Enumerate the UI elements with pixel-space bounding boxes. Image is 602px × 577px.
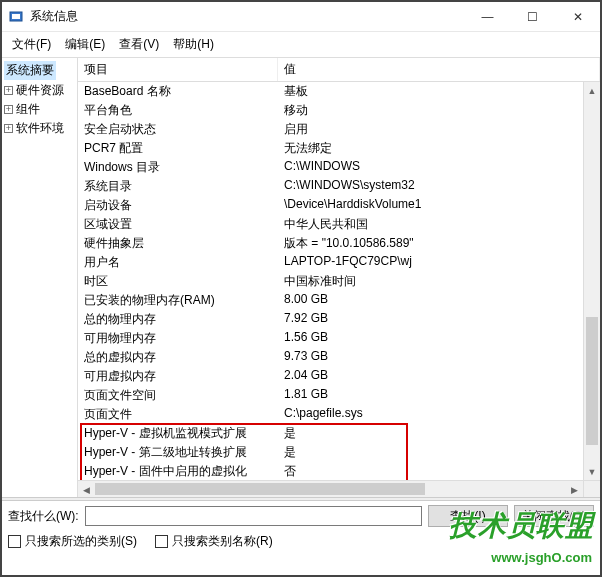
cell-value: 7.92 GB — [278, 310, 600, 329]
cell-value: 无法绑定 — [278, 139, 600, 158]
table-row[interactable]: 启动设备\Device\HarddiskVolume1 — [78, 196, 600, 215]
window-title: 系统信息 — [30, 8, 465, 25]
list-panel: 项目 值 BaseBoard 名称基板平台角色移动安全启动状态启用PCR7 配置… — [78, 58, 600, 497]
menu-help[interactable]: 帮助(H) — [167, 34, 220, 55]
cell-value: C:\WINDOWS — [278, 158, 600, 177]
plus-icon[interactable]: + — [4, 105, 13, 114]
cell-value: 9.73 GB — [278, 348, 600, 367]
search-input[interactable] — [85, 506, 422, 526]
cell-item: 已安装的物理内存(RAM) — [78, 291, 278, 310]
plus-icon[interactable]: + — [4, 86, 13, 95]
cell-value: 移动 — [278, 101, 600, 120]
cell-item: 可用虚拟内存 — [78, 367, 278, 386]
checkbox-label: 只搜索所选的类别(S) — [25, 533, 137, 550]
search-label: 查找什么(W): — [8, 508, 79, 525]
tree-node-components[interactable]: + 组件 — [4, 100, 75, 119]
cell-item: 硬件抽象层 — [78, 234, 278, 253]
table-row[interactable]: 用户名LAPTOP-1FQC79CP\wj — [78, 253, 600, 272]
check-row: 只搜索所选的类别(S) 只搜索类别名称(R) — [2, 531, 600, 556]
cell-item: 启动设备 — [78, 196, 278, 215]
cell-value: 中国标准时间 — [278, 272, 600, 291]
tree-node-software[interactable]: + 软件环境 — [4, 119, 75, 138]
cell-item: Hyper-V - 第二级地址转换扩展 — [78, 443, 278, 462]
cell-value: 启用 — [278, 120, 600, 139]
scroll-down-arrow-icon[interactable]: ▼ — [584, 463, 600, 480]
table-row[interactable]: 硬件抽象层版本 = "10.0.10586.589" — [78, 234, 600, 253]
table-row[interactable]: 可用虚拟内存2.04 GB — [78, 367, 600, 386]
minimize-button[interactable]: — — [465, 2, 510, 31]
menubar: 文件(F) 编辑(E) 查看(V) 帮助(H) — [2, 32, 600, 57]
table-row[interactable]: Hyper-V - 固件中启用的虚拟化否 — [78, 462, 600, 480]
cell-value: \Device\HarddiskVolume1 — [278, 196, 600, 215]
table-row[interactable]: Hyper-V - 第二级地址转换扩展是 — [78, 443, 600, 462]
table-row[interactable]: 已安装的物理内存(RAM)8.00 GB — [78, 291, 600, 310]
table-row[interactable]: 总的物理内存7.92 GB — [78, 310, 600, 329]
table-row[interactable]: 系统目录C:\WINDOWS\system32 — [78, 177, 600, 196]
menu-view[interactable]: 查看(V) — [113, 34, 165, 55]
cell-item: Windows 目录 — [78, 158, 278, 177]
cell-value: 版本 = "10.0.10586.589" — [278, 234, 600, 253]
table-row[interactable]: 可用物理内存1.56 GB — [78, 329, 600, 348]
cell-value: LAPTOP-1FQC79CP\wj — [278, 253, 600, 272]
table-row[interactable]: 页面文件C:\pagefile.sys — [78, 405, 600, 424]
scroll-corner — [583, 481, 600, 497]
table-row[interactable]: BaseBoard 名称基板 — [78, 82, 600, 101]
table-row[interactable]: PCR7 配置无法绑定 — [78, 139, 600, 158]
checkbox-only-names[interactable]: 只搜索类别名称(R) — [155, 533, 273, 550]
cell-item: Hyper-V - 固件中启用的虚拟化 — [78, 462, 278, 480]
tree-panel: 系统摘要 + 硬件资源 + 组件 + 软件环境 — [2, 58, 78, 497]
cell-item: PCR7 配置 — [78, 139, 278, 158]
table-row[interactable]: 时区中国标准时间 — [78, 272, 600, 291]
scroll-thumb-h[interactable] — [95, 483, 425, 495]
cell-value: 否 — [278, 462, 600, 480]
table-row[interactable]: Windows 目录C:\WINDOWS — [78, 158, 600, 177]
cell-item: 区域设置 — [78, 215, 278, 234]
checkbox-icon[interactable] — [8, 535, 21, 548]
cell-value: 基板 — [278, 82, 600, 101]
cell-value: 1.81 GB — [278, 386, 600, 405]
svg-rect-1 — [12, 14, 20, 19]
checkbox-icon[interactable] — [155, 535, 168, 548]
scroll-up-arrow-icon[interactable]: ▲ — [584, 82, 600, 99]
plus-icon[interactable]: + — [4, 124, 13, 133]
cell-item: 用户名 — [78, 253, 278, 272]
cell-value: 是 — [278, 443, 600, 462]
close-button[interactable]: ✕ — [555, 2, 600, 31]
cell-value: 8.00 GB — [278, 291, 600, 310]
cell-item: 可用物理内存 — [78, 329, 278, 348]
cell-item: 总的物理内存 — [78, 310, 278, 329]
list-body: BaseBoard 名称基板平台角色移动安全启动状态启用PCR7 配置无法绑定W… — [78, 82, 600, 480]
scroll-right-arrow-icon[interactable]: ▶ — [566, 481, 583, 498]
table-row[interactable]: 平台角色移动 — [78, 101, 600, 120]
cell-item: 时区 — [78, 272, 278, 291]
table-row[interactable]: 页面文件空间1.81 GB — [78, 386, 600, 405]
cell-item: 页面文件 — [78, 405, 278, 424]
cell-item: 平台角色 — [78, 101, 278, 120]
scroll-left-arrow-icon[interactable]: ◀ — [78, 481, 95, 498]
cell-value: 1.56 GB — [278, 329, 600, 348]
list-header: 项目 值 — [78, 58, 600, 82]
table-row[interactable]: 安全启动状态启用 — [78, 120, 600, 139]
scroll-thumb[interactable] — [586, 317, 598, 444]
find-button[interactable]: 查找(I) — [428, 505, 508, 527]
horizontal-scrollbar[interactable]: ◀ ▶ — [78, 480, 600, 497]
menu-file[interactable]: 文件(F) — [6, 34, 57, 55]
menu-edit[interactable]: 编辑(E) — [59, 34, 111, 55]
maximize-button[interactable]: ☐ — [510, 2, 555, 31]
cell-item: BaseBoard 名称 — [78, 82, 278, 101]
main-area: 系统摘要 + 硬件资源 + 组件 + 软件环境 项目 值 BaseBoard 名… — [2, 57, 600, 497]
close-find-button[interactable]: 关闭查找(C) — [514, 505, 594, 527]
column-header-value[interactable]: 值 — [278, 58, 600, 81]
tree-root[interactable]: 系统摘要 — [4, 60, 75, 81]
cell-value: 2.04 GB — [278, 367, 600, 386]
titlebar: 系统信息 — ☐ ✕ — [2, 2, 600, 32]
table-row[interactable]: 区域设置中华人民共和国 — [78, 215, 600, 234]
tree-node-hardware[interactable]: + 硬件资源 — [4, 81, 75, 100]
cell-value: 中华人民共和国 — [278, 215, 600, 234]
column-header-item[interactable]: 项目 — [78, 58, 278, 81]
table-row[interactable]: Hyper-V - 虚拟机监视模式扩展是 — [78, 424, 600, 443]
table-row[interactable]: 总的虚拟内存9.73 GB — [78, 348, 600, 367]
checkbox-only-selected[interactable]: 只搜索所选的类别(S) — [8, 533, 137, 550]
cell-item: 总的虚拟内存 — [78, 348, 278, 367]
vertical-scrollbar[interactable]: ▲ ▼ — [583, 82, 600, 480]
